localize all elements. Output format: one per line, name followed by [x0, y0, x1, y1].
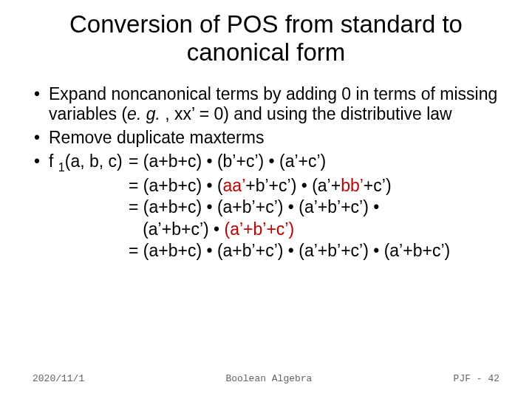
text-highlight: (a’+b’+c’) — [225, 219, 295, 239]
text: +b’+c’) • (a’+ — [245, 176, 341, 195]
equation-row: f 1(a, b, c)= (a+b+c) • (b’+c’) • (a’+c’… — [49, 151, 499, 174]
equation-row: = (a+b+c) • (aa’+b’+c’) • (a’+bb’+c’) — [49, 176, 499, 197]
equation-row: = (a+b+c) • (a+b’+c’) • (a’+b’+c’) • (a’… — [49, 241, 499, 262]
equation-row: (a’+b+c’) • (a’+b’+c’) — [49, 219, 499, 240]
text-ital: e. g. — [127, 104, 160, 123]
equation-label: f 1(a, b, c) — [49, 151, 129, 174]
bullet-list: Expand noncanonical terms by adding 0 in… — [33, 84, 499, 262]
text: , xx’ = 0) and using the distributive la… — [160, 104, 452, 123]
slide-body: Expand noncanonical terms by adding 0 in… — [0, 66, 532, 262]
text: = (a+b+c) • ( — [129, 176, 223, 195]
equation: = (a+b+c) • (a+b’+c’) • (a’+b’+c’) • — [129, 197, 379, 216]
bullet-item: Remove duplicate maxterms — [33, 128, 499, 149]
subscript: 1 — [58, 160, 65, 173]
slide-footer: 2020/11/1 Boolean Algebra PJF - 42 — [0, 373, 532, 384]
footer-title: Boolean Algebra — [84, 373, 453, 384]
equation: = (a+b+c) • (a+b’+c’) • (a’+b’+c’) • (a’… — [129, 241, 450, 260]
text: f — [49, 151, 58, 171]
slide-title: Conversion of POS from standard to canon… — [0, 0, 532, 66]
footer-page: PJF - 42 — [454, 373, 499, 384]
text-highlight: aa’ — [223, 176, 246, 195]
footer-date: 2020/11/1 — [33, 373, 84, 384]
bullet-item: f 1(a, b, c)= (a+b+c) • (b’+c’) • (a’+c’… — [33, 151, 499, 262]
text-highlight: bb’ — [341, 176, 364, 195]
text: +c’) — [364, 176, 392, 195]
equation-row: = (a+b+c) • (a+b’+c’) • (a’+b’+c’) • — [49, 197, 499, 218]
equation: = (a+b+c) • (b’+c’) • (a’+c’) — [129, 151, 326, 171]
text: (a, b, c) — [65, 151, 123, 171]
text: (a’+b+c’) • — [129, 219, 225, 239]
bullet-item: Expand noncanonical terms by adding 0 in… — [33, 84, 499, 125]
slide: Conversion of POS from standard to canon… — [0, 0, 532, 399]
